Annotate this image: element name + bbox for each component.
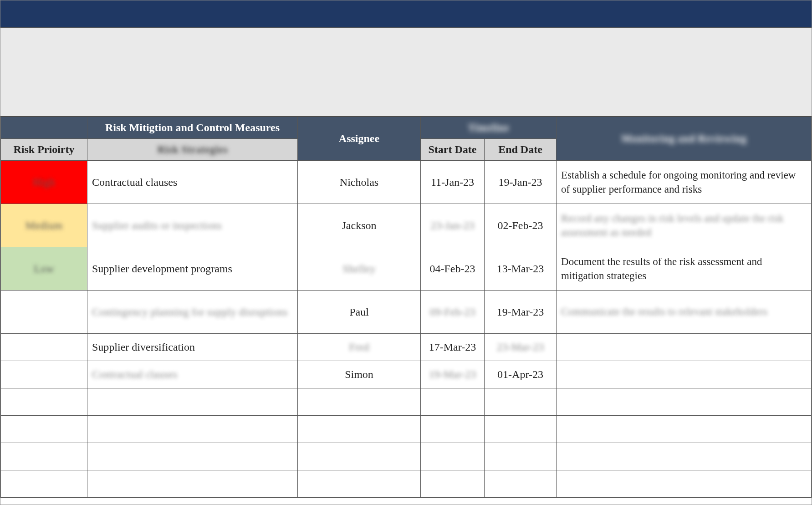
cell-end: 19-Jan-23 xyxy=(485,161,557,204)
cell-strategy: Supplier diversification xyxy=(87,334,298,361)
header-spacer xyxy=(0,28,812,117)
cell-assignee: Paul xyxy=(298,291,421,334)
header-monitoring: Monitoring and Reviewing xyxy=(557,117,812,161)
table-row: Contingency planning for supply disrupti… xyxy=(1,291,812,334)
risk-table: Risk Mitigtion and Control Measures Assi… xyxy=(0,117,812,498)
table-row: Low Supplier development programs Shelle… xyxy=(1,247,812,291)
cell-strategy: Contractual clauses xyxy=(87,161,298,204)
cell-monitor xyxy=(557,361,812,388)
cell-strategy: Supplier audits or inspections xyxy=(87,204,298,247)
cell-start: 11-Jan-23 xyxy=(421,161,485,204)
header-assignee: Assignee xyxy=(298,117,421,161)
cell-priority: High xyxy=(1,161,87,204)
cell-priority: Medium xyxy=(1,204,87,247)
cell-assignee: Jackson xyxy=(298,204,421,247)
header-risk-priority: Risk Prioirty xyxy=(1,139,87,161)
cell-start: 17-Mar-23 xyxy=(421,334,485,361)
header-end-date: End Date xyxy=(485,139,557,161)
table-row-empty xyxy=(1,416,812,443)
cell-monitor: Document the results of the risk assessm… xyxy=(557,247,812,291)
document-frame: Risk Mitigtion and Control Measures Assi… xyxy=(0,0,812,505)
table-row-empty xyxy=(1,443,812,470)
cell-start: 23-Jan-23 xyxy=(421,204,485,247)
cell-start: 04-Feb-23 xyxy=(421,247,485,291)
cell-end: 01-Apr-23 xyxy=(485,361,557,388)
cell-start: 19-Mar-23 xyxy=(421,361,485,388)
table-header-row-1: Risk Mitigtion and Control Measures Assi… xyxy=(1,117,812,139)
cell-assignee: Shelley xyxy=(298,247,421,291)
cell-start: 09-Feb-23 xyxy=(421,291,485,334)
table-row-empty xyxy=(1,470,812,498)
cell-end: 23-Mar-23 xyxy=(485,334,557,361)
cell-assignee: Simon xyxy=(298,361,421,388)
cell-monitor: Communicate the results to relevant stak… xyxy=(557,291,812,334)
cell-strategy: Supplier development programs xyxy=(87,247,298,291)
table-row: Contractual clauses Simon 19-Mar-23 01-A… xyxy=(1,361,812,388)
cell-priority: Low xyxy=(1,247,87,291)
cell-strategy: Contingency planning for supply disrupti… xyxy=(87,291,298,334)
cell-monitor: Record any changes in risk levels and up… xyxy=(557,204,812,247)
header-timeline: Timeline xyxy=(421,117,557,139)
table-row: High Contractual clauses Nicholas 11-Jan… xyxy=(1,161,812,204)
header-risk-mitigation: Risk Mitigtion and Control Measures xyxy=(87,117,298,139)
cell-strategy: Contractual clauses xyxy=(87,361,298,388)
cell-assignee: Fred xyxy=(298,334,421,361)
cell-assignee: Nicholas xyxy=(298,161,421,204)
header-risk-strategies: Risk Strategies xyxy=(87,139,298,161)
top-bar xyxy=(0,0,812,28)
cell-priority xyxy=(1,291,87,334)
cell-priority xyxy=(1,334,87,361)
cell-end: 02-Feb-23 xyxy=(485,204,557,247)
cell-monitor xyxy=(557,334,812,361)
cell-end: 19-Mar-23 xyxy=(485,291,557,334)
table-row: Supplier diversification Fred 17-Mar-23 … xyxy=(1,334,812,361)
cell-end: 13-Mar-23 xyxy=(485,247,557,291)
table-row-empty xyxy=(1,388,812,416)
cell-priority xyxy=(1,361,87,388)
cell-monitor: Establish a schedule for ongoing monitor… xyxy=(557,161,812,204)
header-start-date: Start Date xyxy=(421,139,485,161)
header-blank xyxy=(1,117,87,139)
table-row: Medium Supplier audits or inspections Ja… xyxy=(1,204,812,247)
